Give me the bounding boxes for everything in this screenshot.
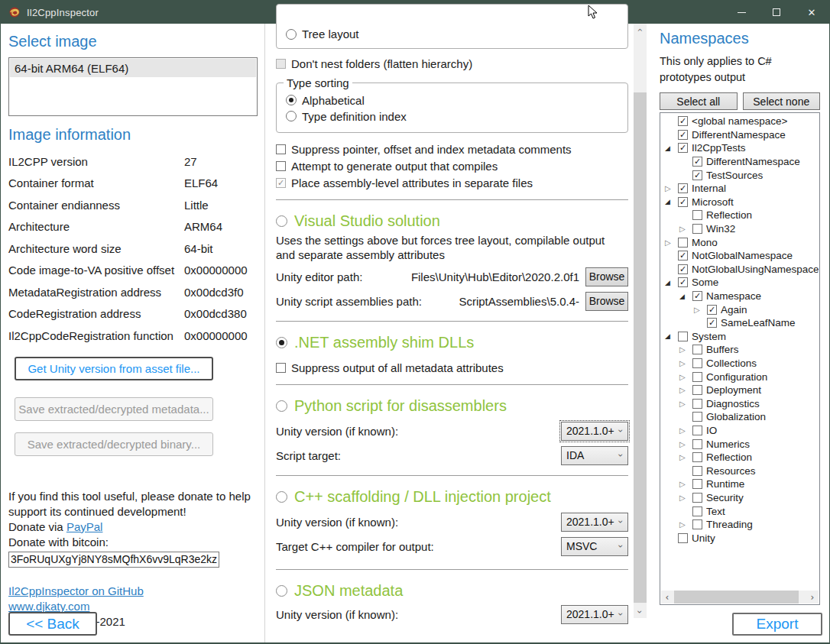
expand-icon[interactable]: ▷ — [679, 359, 692, 367]
expand-icon[interactable]: ▷ — [679, 480, 692, 488]
expand-icon[interactable]: ▷ — [665, 238, 678, 247]
tree-checkbox[interactable] — [692, 170, 702, 180]
tree-checkbox[interactable] — [678, 264, 688, 274]
tree-item[interactable]: ▷Security — [661, 491, 819, 505]
tree-item[interactable]: ▷Numerics — [661, 437, 819, 451]
tree-item[interactable]: Unity — [661, 531, 819, 545]
tree-checkbox[interactable] — [692, 372, 702, 382]
tree-checkbox[interactable] — [678, 130, 688, 140]
tree-checkbox[interactable] — [678, 143, 688, 153]
expand-icon[interactable]: ▷ — [679, 453, 692, 461]
tree-horizontal-scrollbar[interactable]: ‹ › — [661, 591, 819, 604]
expand-icon[interactable]: ▷ — [679, 225, 692, 233]
tree-item[interactable]: ▷Buffers — [661, 343, 819, 357]
tree-item[interactable]: DifferentNamespace — [661, 128, 819, 142]
tree-checkbox[interactable] — [692, 452, 702, 462]
tree-item[interactable]: Reflection — [661, 209, 819, 222]
expand-icon[interactable]: ▷ — [679, 373, 692, 381]
cpp-unity-version-dropdown[interactable]: 2021.1.0+ › — [561, 513, 628, 532]
tree-item[interactable]: ▷Deployment — [661, 383, 819, 397]
image-list-item[interactable]: 64-bit ARM64 (ELF64) — [10, 59, 256, 77]
target-compiler-dropdown[interactable]: MSVC › — [561, 537, 628, 556]
tree-checkbox[interactable] — [707, 318, 717, 328]
save-binary-button[interactable]: Save extracted/decrypted binary... — [15, 432, 213, 456]
tree-checkbox[interactable] — [692, 345, 702, 354]
tree-checkbox[interactable] — [678, 238, 688, 248]
tree-item[interactable]: Resources — [661, 464, 819, 477]
select-none-button[interactable]: Select none — [743, 92, 821, 110]
tree-item[interactable]: ▷IO — [661, 424, 819, 438]
tree-item[interactable]: <global namespace> — [661, 115, 819, 128]
expand-icon[interactable]: ▷ — [679, 426, 692, 435]
tree-item[interactable]: NotGlobalUsingNamespace — [661, 263, 819, 277]
collapse-icon[interactable]: ◢ — [665, 144, 678, 152]
json-unity-version-dropdown[interactable]: 2021.1.0+ › — [561, 605, 628, 624]
browse-assemblies-path-button[interactable]: Browse — [585, 292, 628, 311]
scroll-up-icon[interactable]: › — [634, 24, 647, 36]
tree-checkbox[interactable] — [692, 399, 702, 409]
close-button[interactable]: ✕ — [794, 1, 829, 24]
tree-item[interactable]: ▷Threading — [661, 518, 819, 532]
tree-item[interactable]: Globalization — [661, 410, 819, 424]
tree-item[interactable]: ▷Collections — [661, 357, 819, 371]
tree-item[interactable]: TestSources — [661, 168, 819, 182]
tree-item[interactable]: ▷Win32 — [661, 222, 819, 236]
options-vertical-scrollbar[interactable]: › › — [634, 24, 647, 618]
tree-item[interactable]: ▷Mono — [661, 235, 819, 249]
image-listbox[interactable]: 64-bit ARM64 (ELF64) — [8, 57, 258, 116]
radio-python-script[interactable]: Python script for disassemblers — [276, 396, 628, 416]
tree-item[interactable]: NotGlobalNamespace — [661, 249, 819, 263]
radio-cpp-scaffolding[interactable]: C++ scaffolding / DLL injection project — [276, 487, 628, 507]
radio-json-metadata[interactable]: JSON metadata — [276, 581, 628, 601]
back-button[interactable]: << Back — [8, 612, 97, 636]
tree-checkbox[interactable] — [692, 439, 702, 449]
expand-icon[interactable]: ▷ — [665, 184, 678, 193]
tree-checkbox[interactable] — [692, 493, 702, 503]
tree-checkbox[interactable] — [692, 426, 702, 435]
save-metadata-button[interactable]: Save extracted/decrypted metadata... — [15, 397, 213, 421]
collapse-icon[interactable]: ◢ — [665, 332, 678, 340]
tree-checkbox[interactable] — [678, 277, 688, 287]
website-link[interactable]: www.djkaty.com — [8, 600, 89, 613]
tree-item[interactable]: ▷Reflection — [661, 451, 819, 464]
checkbox-assembly-attributes[interactable]: Place assembly-level attributes in separ… — [276, 176, 628, 189]
browse-editor-path-button[interactable]: Browse — [585, 267, 628, 286]
tree-item[interactable]: ◢Il2CppTests — [661, 141, 819, 155]
bitcoin-address-input[interactable] — [8, 552, 219, 568]
expand-icon[interactable]: ▷ — [679, 386, 692, 394]
scroll-right-icon[interactable]: › — [806, 591, 819, 604]
expand-icon[interactable]: ▷ — [679, 400, 692, 408]
tree-checkbox[interactable] — [692, 519, 702, 529]
expand-icon[interactable]: ▷ — [679, 520, 692, 529]
export-button[interactable]: Export — [732, 613, 822, 636]
tree-item[interactable]: ◢Microsoft — [661, 196, 819, 209]
checkbox-suppress-metadata-attributes[interactable]: Suppress output of all metadata attribut… — [276, 361, 628, 374]
tree-item[interactable]: ◢System — [661, 330, 819, 344]
unity-version-dropdown[interactable]: 2021.1.0+ › — [561, 422, 628, 441]
scrollbar-thumb[interactable] — [634, 92, 647, 603]
github-link[interactable]: Il2CppInspector on GitHub — [8, 584, 144, 597]
unity-script-assemblies-path-value[interactable]: -5.0.4\ScriptAssemblies — [422, 295, 585, 308]
unity-editor-path-value[interactable]: Files\Unity\Hub\Editor\2020.2.0f1 — [362, 270, 585, 283]
checkbox-attempt-compile[interactable]: Attempt to generate output that compiles — [276, 159, 628, 173]
tree-checkbox[interactable] — [692, 224, 702, 234]
tree-checkbox[interactable] — [692, 385, 702, 395]
radio-type-definition-index[interactable]: Type definition index — [286, 109, 618, 123]
tree-checkbox[interactable] — [692, 210, 702, 220]
checkbox-suppress-comments[interactable]: Suppress pointer, offset and index metad… — [276, 142, 628, 156]
tree-item[interactable]: ◢Namespace — [661, 290, 819, 303]
select-all-button[interactable]: Select all — [660, 92, 738, 110]
tree-checkbox[interactable] — [692, 466, 702, 476]
expand-icon[interactable]: ▷ — [679, 345, 692, 354]
tree-checkbox[interactable] — [692, 479, 702, 489]
script-target-dropdown[interactable]: IDA › — [561, 446, 628, 465]
radio-visual-studio-solution[interactable]: Visual Studio solution — [276, 211, 628, 231]
expand-icon[interactable]: ▷ — [679, 494, 692, 502]
tree-checkbox[interactable] — [692, 358, 702, 368]
tree-item[interactable]: ◢Some — [661, 276, 819, 290]
get-unity-version-button[interactable]: Get Unity version from asset file... — [15, 357, 213, 380]
expand-icon[interactable]: ▷ — [694, 306, 707, 314]
tree-item[interactable]: ▷Again — [661, 303, 819, 316]
scroll-down-icon[interactable]: › — [634, 606, 647, 618]
tree-checkbox[interactable] — [678, 116, 688, 126]
